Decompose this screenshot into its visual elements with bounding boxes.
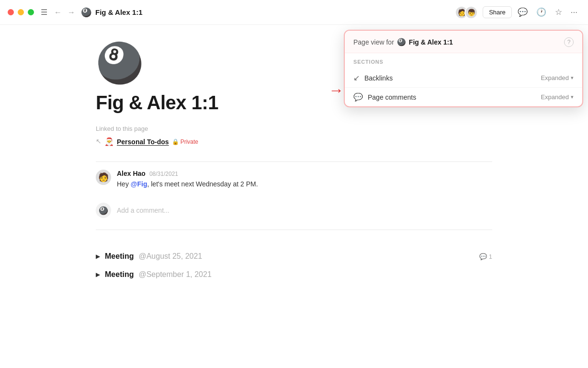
comment-date: 08/31/2021 xyxy=(149,171,178,177)
backlink-arrow-icon: ↙ xyxy=(96,138,102,146)
meeting-item-1: ▶ Meeting @August 25, 2021 💬 1 xyxy=(96,247,492,265)
forward-button[interactable]: → xyxy=(66,7,77,18)
backlinks-icon: ↙ xyxy=(353,73,360,82)
meeting-item-2: ▶ Meeting @September 1, 2021 xyxy=(96,265,492,284)
backlink-page-emoji: 🎅 xyxy=(104,137,114,146)
backlinks-status-label: Expanded xyxy=(541,74,569,81)
divider-1 xyxy=(96,161,492,162)
page-title-label: Fig & Alex 1:1 xyxy=(95,8,143,16)
comment-text: Hey @Fig, let's meet next Wednesday at 2… xyxy=(117,179,492,189)
page-view-popup[interactable]: Page view for 🎱 Fig & Alex 1:1 ? SECTION… xyxy=(344,30,583,107)
traffic-lights xyxy=(8,9,34,15)
page-comments-status-label: Expanded xyxy=(541,93,569,101)
popup-header-left: Page view for 🎱 Fig & Alex 1:1 xyxy=(353,38,453,46)
meeting-comment-num-1: 1 xyxy=(489,253,492,260)
nav-arrows: ← → xyxy=(52,7,77,18)
meeting-arrow-icon-1[interactable]: ▶ xyxy=(96,253,100,260)
backlinks-status-dropdown[interactable]: Expanded ▾ xyxy=(541,74,574,81)
page-comments-chevron-icon: ▾ xyxy=(571,94,574,100)
page-comments-icon: 💬 xyxy=(353,92,363,102)
popup-help-icon[interactable]: ? xyxy=(564,37,574,47)
maximize-button[interactable] xyxy=(28,9,34,15)
popup-section-page-comments[interactable]: 💬 Page comments Expanded ▾ xyxy=(345,88,582,106)
comment-author: Alex Hao xyxy=(117,170,146,177)
comment-content: Alex Hao 08/31/2021 Hey @Fig, let's meet… xyxy=(117,170,492,189)
add-comment-input[interactable]: Add a comment... xyxy=(117,207,492,214)
comments-icon[interactable]: 💬 xyxy=(515,5,531,19)
close-button[interactable] xyxy=(8,9,14,15)
meeting-date-1: @August 25, 2021 xyxy=(138,252,202,261)
page-comments-label: Page comments xyxy=(368,93,416,101)
meeting-comment-icon-1: 💬 xyxy=(479,253,487,260)
meeting-label-1: Meeting xyxy=(105,252,134,261)
meeting-comment-count-1: 💬 1 xyxy=(479,253,492,260)
meeting-left-2: ▶ Meeting @September 1, 2021 xyxy=(96,270,212,279)
meeting-list: ▶ Meeting @August 25, 2021 💬 1 ▶ Meeting… xyxy=(96,247,492,284)
comment-block: 🧑 Alex Hao 08/31/2021 Hey @Fig, let's me… xyxy=(96,170,492,189)
minimize-button[interactable] xyxy=(18,9,24,15)
backlink-item: ↙ 🎅 Personal To-dos 🔒 Private xyxy=(96,137,492,150)
popup-section-left-comments: 💬 Page comments xyxy=(353,92,416,102)
meeting-left-1: ▶ Meeting @August 25, 2021 xyxy=(96,252,202,261)
avatar-group: 🧑 👦 xyxy=(455,6,478,19)
popup-page-emoji: 🎱 xyxy=(397,38,406,46)
divider-2 xyxy=(96,230,492,230)
backlinks-chevron-icon: ▾ xyxy=(571,75,574,81)
share-button[interactable]: Share xyxy=(483,6,512,18)
meeting-arrow-icon-2[interactable]: ▶ xyxy=(96,271,100,278)
title-bar-right: 🧑 👦 Share 💬 🕐 ☆ ··· xyxy=(455,5,580,19)
lock-label: Private xyxy=(181,138,198,145)
popup-sections-label: SECTIONS xyxy=(345,53,582,69)
more-options-icon[interactable]: ··· xyxy=(568,6,580,19)
menu-icon[interactable]: ☰ xyxy=(41,8,47,17)
comment-meta: Alex Hao 08/31/2021 xyxy=(117,170,492,177)
history-icon[interactable]: 🕐 xyxy=(533,5,549,19)
add-comment-row[interactable]: 🎱 Add a comment... xyxy=(96,199,492,222)
star-icon[interactable]: ☆ xyxy=(552,5,565,19)
popup-page-title: Fig & Alex 1:1 xyxy=(409,38,453,46)
lock-icon: 🔒 xyxy=(172,138,179,145)
backlinks-label: Backlinks xyxy=(364,74,393,82)
backlink-page-name[interactable]: Personal To-dos xyxy=(117,138,169,146)
page-emoji-title: 🎱 xyxy=(81,7,91,18)
comment-mention: @Fig xyxy=(131,180,147,188)
back-button[interactable]: ← xyxy=(52,7,64,18)
page-comments-status-dropdown[interactable]: Expanded ▾ xyxy=(541,93,574,101)
popup-header-prefix: Page view for xyxy=(353,38,394,46)
add-comment-avatar: 🎱 xyxy=(96,203,111,218)
popup-header: Page view for 🎱 Fig & Alex 1:1 ? xyxy=(345,31,582,53)
linked-label: Linked to this page xyxy=(96,125,492,132)
comment-avatar: 🧑 xyxy=(96,170,111,185)
avatar-2: 👦 xyxy=(464,6,478,19)
popup-section-backlinks[interactable]: ↙ Backlinks Expanded ▾ xyxy=(345,69,582,88)
title-bar: ☰ ← → 🎱 Fig & Alex 1:1 🧑 👦 Share 💬 🕐 ☆ ·… xyxy=(0,0,588,25)
meeting-date-2: @September 1, 2021 xyxy=(138,270,211,279)
popup-section-left-backlinks: ↙ Backlinks xyxy=(353,73,393,82)
page-title-area: 🎱 Fig & Alex 1:1 xyxy=(81,7,455,18)
backlink-lock: 🔒 Private xyxy=(172,138,198,145)
meeting-label-2: Meeting xyxy=(105,270,134,279)
